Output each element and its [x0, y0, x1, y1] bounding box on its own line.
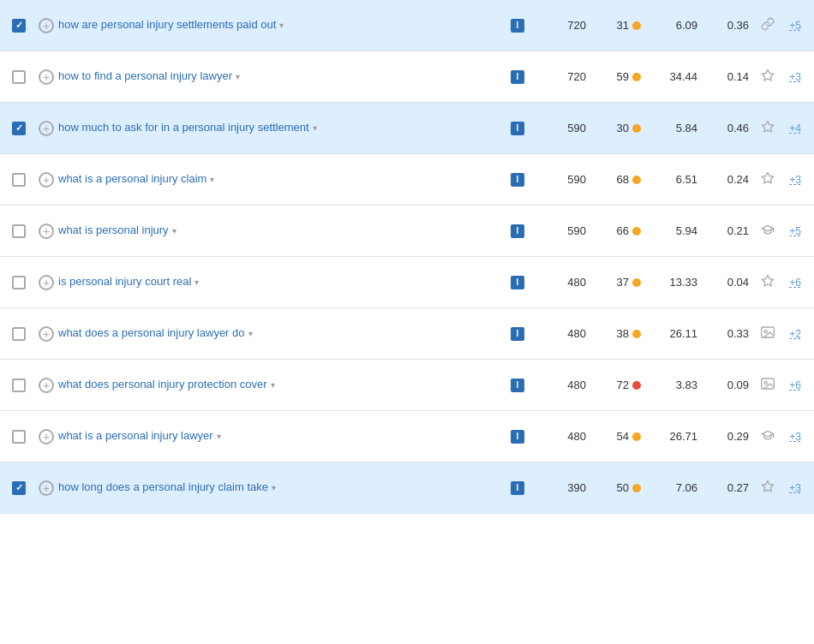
svg-marker-3 — [762, 275, 773, 286]
col-intent: I — [502, 19, 533, 33]
chevron-down-icon[interactable]: ▾ — [172, 226, 177, 236]
kd-difficulty-dot — [632, 21, 641, 30]
kd-difficulty-dot — [632, 227, 641, 236]
keyword-text[interactable]: what is a personal injury lawyer — [58, 429, 213, 442]
col-intent: I — [502, 224, 533, 238]
kd-difficulty-dot — [632, 484, 641, 492]
extra-serp-link[interactable]: +3 — [789, 71, 801, 83]
extra-serp-link[interactable]: +5 — [789, 20, 801, 32]
add-keyword-button[interactable]: + — [39, 18, 54, 33]
chevron-down-icon[interactable]: ▾ — [236, 72, 240, 81]
col-checkbox — [3, 481, 34, 495]
col-comp: 0.24 — [704, 173, 756, 186]
checkbox[interactable] — [12, 379, 26, 392]
chevron-down-icon[interactable]: ▾ — [210, 175, 214, 184]
link-icon — [761, 17, 775, 33]
col-volume: 390 — [533, 481, 593, 494]
extra-serp-link[interactable]: +3 — [789, 482, 801, 494]
add-keyword-button[interactable]: + — [39, 121, 54, 136]
col-plus: + — [34, 378, 58, 393]
chevron-down-icon[interactable]: ▾ — [279, 21, 284, 30]
col-plus: + — [34, 69, 58, 85]
checkbox[interactable] — [12, 481, 26, 495]
add-keyword-button[interactable]: + — [39, 224, 54, 239]
col-volume: 480 — [533, 327, 593, 340]
checkbox[interactable] — [12, 430, 26, 444]
col-plus: + — [34, 121, 58, 136]
checkbox[interactable] — [12, 224, 26, 238]
col-kd: 30 — [593, 122, 644, 134]
col-extra-serp: +3 — [780, 71, 811, 83]
intent-badge: I — [511, 379, 524, 392]
col-keyword: is personal injury court real ▾ — [58, 274, 502, 289]
keyword-text[interactable]: what does personal injury protection cov… — [58, 378, 267, 391]
col-comp: 0.33 — [704, 327, 756, 340]
keyword-text[interactable]: what is a personal injury claim — [58, 172, 206, 185]
keyword-text[interactable]: how long does a personal injury claim ta… — [58, 480, 268, 493]
checkbox[interactable] — [12, 122, 26, 135]
col-serp-icon — [756, 480, 780, 496]
keyword-text[interactable]: is personal injury court real — [58, 275, 191, 288]
col-keyword: how are personal injury settlements paid… — [58, 17, 502, 33]
col-keyword: what is personal injury ▾ — [58, 223, 502, 238]
add-keyword-button[interactable]: + — [39, 172, 54, 188]
table-row: +what does a personal injury lawyer do ▾… — [0, 308, 814, 360]
col-volume: 590 — [533, 122, 593, 134]
keyword-text[interactable]: what does a personal injury lawyer do — [58, 326, 245, 339]
svg-marker-0 — [762, 69, 773, 80]
col-checkbox — [3, 430, 34, 444]
chevron-down-icon[interactable]: ▾ — [248, 329, 253, 338]
add-keyword-button[interactable]: + — [39, 326, 54, 342]
keyword-text[interactable]: what is personal injury — [58, 224, 169, 236]
checkbox[interactable] — [12, 19, 26, 33]
star-icon — [761, 480, 775, 496]
add-keyword-button[interactable]: + — [39, 480, 54, 496]
volume-value: 480 — [567, 327, 586, 340]
volume-value: 390 — [567, 481, 586, 494]
kd-value: 31 — [617, 19, 629, 32]
extra-serp-link[interactable]: +6 — [789, 277, 801, 289]
intent-badge: I — [511, 19, 524, 33]
kd-difficulty-dot — [632, 73, 641, 81]
add-keyword-button[interactable]: + — [39, 275, 54, 290]
keyword-text[interactable]: how are personal injury settlements paid… — [58, 18, 276, 31]
col-kd: 38 — [593, 327, 644, 340]
keyword-text[interactable]: how much to ask for in a personal injury… — [58, 121, 309, 134]
col-comp: 0.27 — [704, 481, 756, 494]
comp-value: 0.21 — [727, 224, 749, 237]
chevron-down-icon[interactable]: ▾ — [272, 483, 276, 492]
intent-badge: I — [511, 224, 524, 238]
comp-value: 0.33 — [727, 327, 749, 340]
col-cpc: 6.51 — [644, 173, 704, 186]
col-extra-serp: +5 — [780, 20, 811, 32]
extra-serp-link[interactable]: +6 — [789, 379, 801, 391]
col-serp-icon — [756, 223, 780, 239]
table-row: +what is a personal injury claim ▾I59068… — [0, 154, 814, 206]
add-keyword-button[interactable]: + — [39, 69, 54, 85]
add-keyword-button[interactable]: + — [39, 378, 54, 393]
cpc-value: 5.94 — [676, 224, 697, 237]
col-volume: 480 — [533, 276, 593, 289]
add-keyword-button[interactable]: + — [39, 429, 54, 444]
comp-value: 0.04 — [727, 276, 749, 289]
col-plus: + — [34, 275, 58, 290]
col-volume: 480 — [533, 430, 593, 443]
chevron-down-icon[interactable]: ▾ — [217, 432, 221, 441]
extra-serp-link[interactable]: +3 — [789, 174, 801, 186]
checkbox[interactable] — [12, 70, 26, 84]
checkbox[interactable] — [12, 276, 26, 289]
chevron-down-icon[interactable]: ▾ — [195, 277, 199, 287]
extra-serp-link[interactable]: +5 — [789, 225, 801, 237]
chevron-down-icon[interactable]: ▾ — [271, 380, 275, 390]
col-extra-serp: +4 — [780, 122, 811, 134]
col-extra-serp: +5 — [780, 225, 811, 237]
keyword-text[interactable]: how to find a personal injury lawyer — [58, 69, 232, 82]
col-volume: 480 — [533, 379, 593, 391]
grad-icon — [761, 428, 775, 444]
checkbox[interactable] — [12, 173, 26, 187]
extra-serp-link[interactable]: +2 — [789, 328, 801, 340]
extra-serp-link[interactable]: +4 — [789, 122, 801, 134]
checkbox[interactable] — [12, 327, 26, 341]
extra-serp-link[interactable]: +3 — [789, 431, 801, 443]
chevron-down-icon[interactable]: ▾ — [313, 123, 317, 133]
